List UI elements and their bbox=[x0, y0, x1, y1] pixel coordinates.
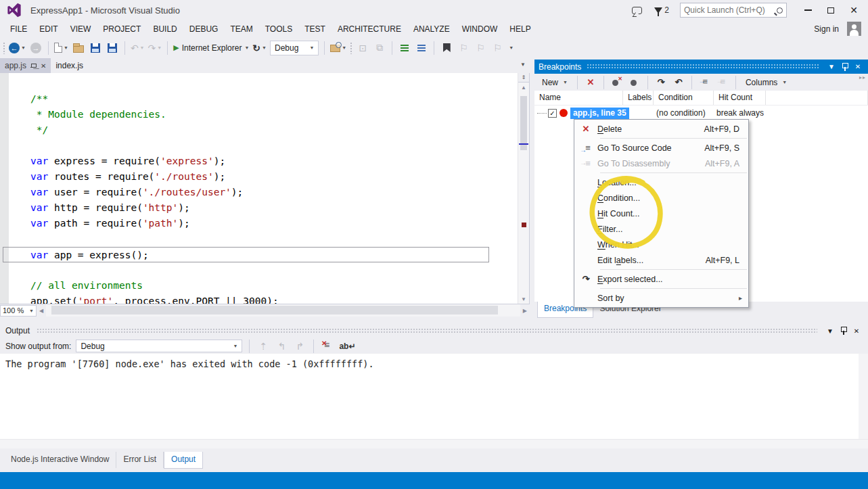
pin-icon[interactable] bbox=[840, 327, 846, 335]
menu-item-condition[interactable]: Condition... bbox=[574, 190, 748, 206]
menu-team[interactable]: TEAM bbox=[224, 22, 258, 37]
toolbar-overflow-icon[interactable]: ▸▸ bbox=[859, 74, 866, 80]
breakpoint-name[interactable]: app.js, line 35 bbox=[570, 108, 629, 119]
delete-all-breakpoints-button[interactable] bbox=[610, 75, 624, 90]
scroll-up-icon[interactable]: ▲ bbox=[518, 85, 529, 91]
tab-app-js[interactable]: app.js✕ bbox=[0, 58, 51, 73]
menu-item-sort-by[interactable]: Sort by▸ bbox=[574, 290, 748, 306]
column-header-empty bbox=[766, 91, 868, 105]
menu-item-when-hit[interactable]: When Hit... bbox=[574, 237, 748, 252]
document-overflow-icon[interactable]: ▼ bbox=[520, 62, 526, 68]
toggle-word-wrap-button[interactable]: ab↵ bbox=[339, 339, 355, 354]
toolbar-grip[interactable] bbox=[350, 42, 352, 54]
menu-edit[interactable]: EDIT bbox=[33, 22, 64, 37]
column-header-condition[interactable]: Condition bbox=[654, 91, 714, 105]
hscroll-thumb[interactable] bbox=[51, 306, 498, 315]
output-horizontal-scrollbar[interactable] bbox=[0, 439, 868, 448]
menu-item-go-to-disassembly: Go To DisassemblyAlt+F9, A bbox=[574, 156, 748, 171]
scroll-left-icon[interactable]: ◀ bbox=[37, 308, 46, 314]
menu-item-delete[interactable]: DeleteAlt+F9, D bbox=[574, 121, 748, 137]
search-icon[interactable] bbox=[777, 7, 783, 14]
column-header-hit-count[interactable]: Hit Count bbox=[714, 91, 766, 105]
bottom-tab-output[interactable]: Output bbox=[164, 452, 203, 469]
editor-horizontal-scrollbar[interactable] bbox=[46, 304, 520, 317]
split-handle[interactable]: ⇕ bbox=[518, 73, 529, 83]
save-button[interactable] bbox=[89, 41, 102, 55]
output-log[interactable]: The program '[7760] node.exe' has exited… bbox=[0, 354, 868, 439]
pin-icon[interactable] bbox=[842, 63, 848, 71]
zoom-select[interactable]: 100 % ▼ bbox=[0, 305, 37, 317]
window-position-icon[interactable]: ▼ bbox=[825, 63, 838, 70]
columns-button[interactable]: Columns▼ bbox=[742, 76, 790, 89]
save-all-button[interactable] bbox=[106, 41, 119, 55]
menu-test[interactable]: TEST bbox=[298, 22, 332, 37]
toolbar-grip[interactable] bbox=[3, 42, 5, 54]
configuration-select[interactable]: Debug ▼ bbox=[270, 41, 319, 55]
feedback-icon[interactable] bbox=[632, 7, 642, 14]
menu-tools[interactable]: TOOLS bbox=[259, 22, 298, 37]
bottom-tab-strip: Node.js Interactive WindowError ListOutp… bbox=[0, 452, 868, 472]
uncomment-lines-button[interactable] bbox=[415, 41, 428, 55]
menu-item-export-selected[interactable]: Export selected... bbox=[574, 271, 748, 287]
notifications-button[interactable]: 2 bbox=[654, 5, 669, 15]
menu-item-go-to-source-code[interactable]: Go To Source CodeAlt+F9, S bbox=[574, 140, 748, 156]
menu-item-hit-count[interactable]: Hit Count... bbox=[574, 206, 748, 221]
user-avatar-icon[interactable] bbox=[847, 22, 861, 36]
breakpoint-checkbox[interactable]: ✓ bbox=[548, 109, 557, 118]
scroll-down-icon[interactable]: ▼ bbox=[518, 296, 529, 302]
close-icon[interactable]: ✕ bbox=[41, 62, 46, 70]
new-breakpoint-button[interactable]: New▼ bbox=[539, 76, 571, 89]
menu-help[interactable]: HELP bbox=[503, 22, 536, 37]
tab-index-js[interactable]: index.js bbox=[51, 58, 88, 73]
clear-all-button[interactable] bbox=[321, 339, 334, 354]
minimize-button[interactable] bbox=[796, 2, 819, 18]
column-header-name[interactable]: Name bbox=[534, 91, 623, 105]
window-position-icon[interactable]: ▼ bbox=[824, 327, 836, 335]
breakpoint-row[interactable]: ✓ app.js, line 35 (no condition) break a… bbox=[534, 106, 868, 120]
menu-debug[interactable]: DEBUG bbox=[183, 22, 225, 37]
export-breakpoints-button[interactable]: ↷ bbox=[654, 75, 668, 90]
menu-project[interactable]: PROJECT bbox=[97, 22, 147, 37]
output-panel-header[interactable]: Output ▼ ✕ bbox=[0, 323, 868, 338]
column-header-labels[interactable]: Labels bbox=[623, 91, 654, 105]
menu-architecture[interactable]: ARCHITECTURE bbox=[332, 22, 407, 37]
delete-breakpoint-button[interactable]: ✕ bbox=[584, 75, 597, 90]
close-icon[interactable]: ✕ bbox=[852, 63, 864, 70]
menu-analyze[interactable]: ANALYZE bbox=[407, 22, 456, 37]
menu-build[interactable]: BUILD bbox=[147, 22, 183, 37]
sign-in-link[interactable]: Sign in bbox=[814, 24, 839, 34]
output-source-select[interactable]: Debug ▼ bbox=[76, 340, 242, 352]
close-icon[interactable]: ✕ bbox=[850, 327, 863, 335]
menu-item-filter[interactable]: Filter... bbox=[574, 221, 748, 237]
comment-lines-button[interactable] bbox=[398, 41, 411, 55]
bottom-tab-node-js-interactive-window[interactable]: Node.js Interactive Window bbox=[4, 452, 116, 468]
scroll-right-icon[interactable]: ▶ bbox=[520, 308, 530, 314]
navigate-back-button[interactable]: ←▼ bbox=[9, 41, 26, 55]
open-file-button[interactable] bbox=[72, 41, 85, 55]
breakpoints-panel-header[interactable]: Breakpoints ▼ ✕ bbox=[534, 60, 868, 74]
import-breakpoints-button[interactable]: ↶ bbox=[672, 75, 685, 90]
start-debug-button[interactable]: ▶ Internet Explorer ▼ bbox=[173, 41, 249, 55]
new-file-button[interactable]: ▼ bbox=[54, 41, 68, 55]
find-in-files-button[interactable]: ▼ bbox=[330, 41, 346, 55]
pin-icon[interactable] bbox=[30, 62, 37, 70]
restart-button[interactable]: ↻▼ bbox=[252, 41, 267, 55]
editor-vertical-scrollbar[interactable]: ⇕ ▲ ▼ bbox=[518, 73, 529, 304]
menu-item-edit-labels[interactable]: Edit labels...Alt+F9, L bbox=[574, 252, 748, 268]
code-editor[interactable]: /** * Module dependencies. */ var expres… bbox=[0, 73, 530, 304]
toggle-bookmark-button[interactable] bbox=[440, 41, 453, 55]
go-to-source-button[interactable] bbox=[698, 75, 712, 90]
maximize-button[interactable] bbox=[819, 2, 842, 18]
close-button[interactable]: ✕ bbox=[842, 2, 865, 18]
disable-all-breakpoints-button[interactable] bbox=[628, 75, 641, 90]
menu-item-location[interactable]: Location... bbox=[574, 174, 748, 190]
menu-window[interactable]: WINDOW bbox=[456, 22, 504, 37]
menu-file[interactable]: FILE bbox=[4, 22, 33, 37]
toolbar-overflow-button[interactable]: ▼ bbox=[509, 45, 513, 50]
output-log-text: The program '[7760] node.exe' has exited… bbox=[5, 358, 374, 369]
output-vertical-scrollbar[interactable] bbox=[859, 354, 868, 439]
quick-launch-input[interactable]: Quick Launch (Ctrl+Q) bbox=[680, 3, 787, 18]
bottom-tab-error-list[interactable]: Error List bbox=[116, 452, 164, 468]
scroll-thumb[interactable] bbox=[520, 96, 527, 150]
menu-view[interactable]: VIEW bbox=[64, 22, 97, 37]
